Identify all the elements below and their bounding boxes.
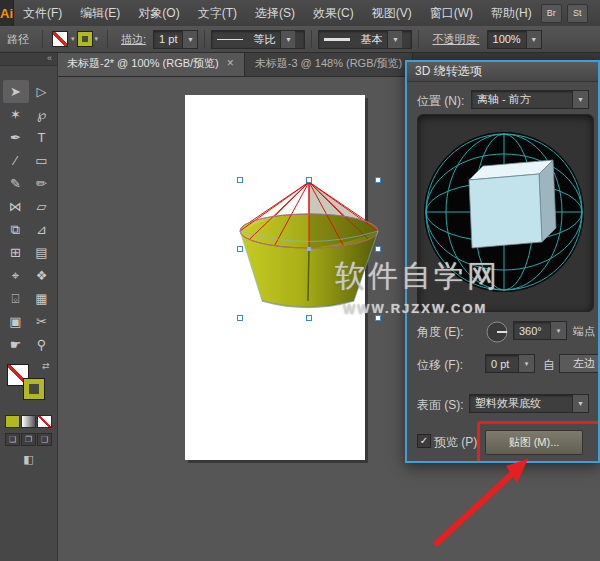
bridge-button[interactable]: Br	[541, 4, 562, 23]
chevron-down-icon[interactable]: ▼	[572, 395, 588, 412]
color-button[interactable]	[5, 415, 20, 428]
zoom-tool-icon[interactable]: ⚲	[29, 333, 55, 356]
chevron-down-icon[interactable]: ▼	[572, 91, 588, 108]
tools-panel-collapse[interactable]: «	[0, 52, 57, 66]
fill-swatch[interactable]	[52, 31, 68, 47]
mesh-tool-icon[interactable]: ⊞	[3, 241, 29, 264]
width-profile-dropdown[interactable]: 等比 ▼	[211, 30, 305, 49]
tool-glyph: ⊞	[10, 245, 21, 260]
divider	[311, 30, 312, 48]
tools-grid: ➤▷✶℘✒T∕▭✎✏⋈▱⧉⊿⊞▤⌖❖⌺▦▣✂☛⚲	[0, 66, 57, 356]
tool-glyph: ℘	[37, 107, 46, 122]
selection-tool-icon[interactable]: ➤	[3, 80, 29, 103]
lasso-tool-icon[interactable]: ℘	[29, 103, 55, 126]
tool-glyph: ▦	[35, 291, 47, 306]
rectangle-tool-icon[interactable]: ▭	[29, 149, 55, 172]
gradient-button[interactable]	[21, 415, 36, 428]
direct-selection-tool-icon[interactable]: ▷	[29, 80, 55, 103]
artboard-tool-icon[interactable]: ▣	[3, 310, 29, 333]
menu-help[interactable]: 帮助(H)	[482, 0, 541, 26]
screen-mode-icon[interactable]: ◧	[0, 453, 57, 466]
map-art-button[interactable]: 贴图 (M)...	[485, 430, 583, 455]
position-dropdown[interactable]: 离轴 - 前方 ▼	[471, 90, 589, 109]
pencil-tool-icon[interactable]: ✏	[29, 172, 55, 195]
menu-view[interactable]: 视图(V)	[363, 0, 421, 26]
illustrator-window: Ai 文件(F)编辑(E)对象(O)文字(T)选择(S)效果(C)视图(V)窗口…	[0, 0, 600, 561]
opacity-link[interactable]: 不透明度:	[432, 32, 479, 47]
stroke-swatch[interactable]	[78, 32, 92, 46]
angle-value: 360°	[514, 325, 550, 337]
menu-select[interactable]: 选择(S)	[246, 0, 304, 26]
chevron-down-icon[interactable]: ▼	[526, 31, 541, 48]
pen-tool-icon[interactable]: ✒	[3, 126, 29, 149]
draw-normal-icon[interactable]: ❏	[5, 433, 20, 446]
surface-label: 表面 (S):	[417, 397, 464, 414]
angle-dial[interactable]	[485, 320, 509, 344]
chevron-down-icon[interactable]: ▾	[95, 35, 99, 43]
width-tool-icon[interactable]: ⋈	[3, 195, 29, 218]
dialog-title[interactable]: 3D 绕转选项	[407, 62, 598, 82]
draw-inside-icon[interactable]: ❑	[37, 433, 52, 446]
type-tool-icon[interactable]: T	[29, 126, 55, 149]
none-button[interactable]	[37, 415, 52, 428]
tools-panel: « ➤▷✶℘✒T∕▭✎✏⋈▱⧉⊿⊞▤⌖❖⌺▦▣✂☛⚲ ⇄ ❏ ❐ ❑ ◧	[0, 52, 58, 561]
close-icon[interactable]: ×	[227, 56, 234, 70]
line-tool-icon[interactable]: ∕	[3, 149, 29, 172]
magic-wand-tool-icon[interactable]: ✶	[3, 103, 29, 126]
tool-glyph: ✒	[10, 130, 21, 145]
blend-tool-icon[interactable]: ❖	[29, 264, 55, 287]
swap-fill-stroke-icon[interactable]: ⇄	[42, 361, 50, 371]
offset-edge-button[interactable]: 左边	[559, 354, 600, 373]
chevron-down-icon[interactable]: ▾	[518, 355, 534, 372]
draw-behind-icon[interactable]: ❐	[21, 433, 36, 446]
tab-untitled-3[interactable]: 未标题-3 @ 148% (RGB/预览)	[245, 52, 413, 76]
tool-glyph: ⊿	[36, 222, 47, 237]
symbol-sprayer-tool-icon[interactable]: ⌺	[3, 287, 29, 310]
center-point[interactable]	[307, 247, 311, 251]
tool-glyph: ⋈	[9, 199, 22, 214]
paintbrush-tool-icon[interactable]: ✎	[3, 172, 29, 195]
menu-window[interactable]: 窗口(W)	[421, 0, 482, 26]
chevron-down-icon[interactable]: ▼	[182, 31, 197, 48]
stock-button[interactable]: St	[567, 4, 588, 23]
control-bar: 路径 ▾ ▾ 描边: 1 pt ▼ 等比 ▼ 基本 ▼ 不透明度: 100%	[0, 26, 600, 53]
chevron-down-icon[interactable]: ▾	[71, 35, 75, 43]
track-cube[interactable]	[418, 115, 591, 309]
hand-tool-icon[interactable]: ☛	[3, 333, 29, 356]
menubar-right-buttons: BrSt	[541, 4, 600, 23]
line-sample-icon	[217, 39, 243, 40]
free-transform-tool-icon[interactable]: ▱	[29, 195, 55, 218]
brush-sample-icon	[324, 38, 350, 41]
width-profile-value: 等比	[248, 32, 280, 47]
tool-glyph: ▱	[37, 199, 47, 214]
chevron-down-icon[interactable]: ▼	[280, 31, 295, 48]
tool-glyph: ✶	[10, 107, 21, 122]
quick-swatches: ▾ ▾	[52, 31, 98, 47]
tab-label: 未标题-2* @ 100% (RGB/预览)	[67, 57, 219, 69]
gradient-tool-icon[interactable]: ▤	[29, 241, 55, 264]
chevron-down-icon[interactable]: ▾	[550, 322, 566, 339]
stroke-link[interactable]: 描边:	[121, 32, 146, 47]
menu-file[interactable]: 文件(F)	[14, 0, 71, 26]
shape-builder-tool-icon[interactable]: ⧉	[3, 218, 29, 241]
menu-object[interactable]: 对象(O)	[129, 0, 188, 26]
eyedropper-tool-icon[interactable]: ⌖	[3, 264, 29, 287]
surface-dropdown[interactable]: 塑料效果底纹 ▼	[469, 394, 589, 413]
menu-effect[interactable]: 效果(C)	[304, 0, 363, 26]
opacity-field[interactable]: 100% ▼	[487, 30, 542, 49]
menu-type[interactable]: 文字(T)	[189, 0, 246, 26]
stroke-color-swatch[interactable]	[24, 379, 44, 399]
slice-tool-icon[interactable]: ✂	[29, 310, 55, 333]
perspective-grid-tool-icon[interactable]: ⊿	[29, 218, 55, 241]
divider	[42, 30, 43, 48]
menu-edit[interactable]: 编辑(E)	[71, 0, 129, 26]
column-graph-tool-icon[interactable]: ▦	[29, 287, 55, 310]
tab-untitled-2[interactable]: 未标题-2* @ 100% (RGB/预览)×	[57, 52, 245, 76]
angle-field[interactable]: 360° ▾	[513, 321, 567, 340]
tool-glyph: T	[38, 130, 46, 145]
stroke-width-field[interactable]: 1 pt ▼	[153, 30, 198, 49]
brush-definition-dropdown[interactable]: 基本 ▼	[318, 30, 412, 49]
offset-field[interactable]: 0 pt ▾	[485, 354, 535, 373]
chevron-down-icon[interactable]: ▼	[387, 31, 402, 48]
preview-checkbox[interactable]: ✓	[417, 434, 431, 448]
